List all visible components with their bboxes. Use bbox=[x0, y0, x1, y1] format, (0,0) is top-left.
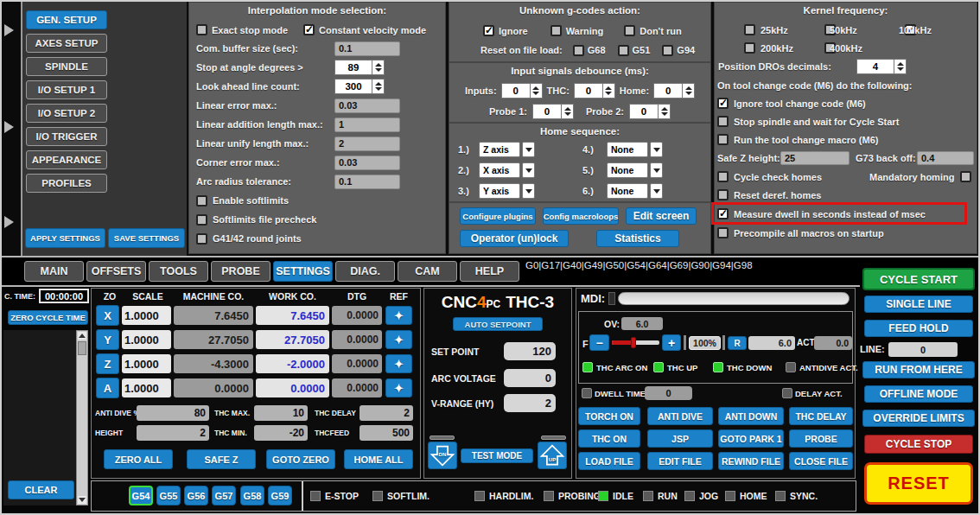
thc-delay-button[interactable]: THC DELAY bbox=[789, 407, 853, 425]
single-line-button[interactable]: SINGLE LINE bbox=[864, 296, 973, 313]
dontrun-gcode-checkbox[interactable] bbox=[624, 25, 635, 36]
look-ahead-spinner[interactable]: 300 bbox=[334, 79, 385, 94]
fixture-g54-button[interactable]: G54 bbox=[129, 486, 153, 505]
jsp-button[interactable]: JSP bbox=[647, 429, 713, 448]
load-file-button[interactable]: LOAD FILE bbox=[578, 452, 640, 470]
safe-z-button[interactable]: SAFE Z bbox=[187, 449, 256, 469]
home-debounce-spinner[interactable]: 0 bbox=[653, 83, 695, 99]
auto-setpoint-button[interactable]: AUTO SETPOINT bbox=[453, 317, 543, 331]
home-seq-3-dropdown[interactable]: Y axis bbox=[479, 183, 535, 199]
z-down-arrow-button[interactable]: DN bbox=[428, 442, 457, 469]
anti-down-button[interactable]: ANTI DOWN bbox=[718, 407, 784, 425]
run-macro-checkbox[interactable] bbox=[717, 134, 729, 145]
dropdown-arrow-icon[interactable] bbox=[650, 183, 663, 199]
sidebar-item-axes-setup[interactable]: AXES SETUP bbox=[26, 34, 107, 53]
offline-mode-button[interactable]: OFFLINE MODE bbox=[864, 385, 973, 403]
sidebar-item-profiles[interactable]: PROFILES bbox=[26, 174, 107, 193]
g94-checkbox[interactable] bbox=[662, 45, 673, 56]
z-up-arrow-button[interactable]: UP bbox=[538, 442, 567, 469]
ref-a-button[interactable]: ✦ bbox=[385, 378, 412, 397]
scale-a-field[interactable]: 1.0000 bbox=[122, 378, 171, 397]
sidebar-item-io-setup-2[interactable]: I/O SETUP 2 bbox=[26, 104, 107, 123]
home-seq-4-dropdown[interactable]: None bbox=[607, 142, 663, 157]
exact-stop-checkbox[interactable] bbox=[196, 24, 207, 35]
goto-park-button[interactable]: GOTO PARK 1 bbox=[718, 429, 784, 448]
thc-feed-field[interactable]: 500 bbox=[360, 425, 413, 441]
anti-dive-button[interactable]: ANTI DIVE bbox=[647, 407, 713, 425]
tab-settings[interactable]: SETTINGS bbox=[273, 261, 333, 282]
cycle-start-button[interactable]: CYCLE START bbox=[862, 268, 975, 290]
reset-button[interactable]: RESET bbox=[864, 462, 973, 505]
ref-x-button[interactable]: ✦ bbox=[385, 306, 412, 325]
scale-x-field[interactable]: 1.0000 bbox=[122, 306, 171, 325]
mandatory-homing-checkbox[interactable] bbox=[960, 171, 971, 182]
feed-slider[interactable] bbox=[612, 340, 659, 345]
line-field[interactable]: 0 bbox=[888, 342, 958, 357]
g73-backoff-field[interactable]: 0.4 bbox=[917, 151, 974, 165]
fixture-g57-button[interactable]: G57 bbox=[212, 486, 236, 505]
thc-delay-field[interactable]: 2 bbox=[360, 405, 413, 421]
zero-all-button[interactable]: ZERO ALL bbox=[104, 449, 173, 469]
height-field[interactable]: 2 bbox=[137, 425, 209, 441]
precompile-checkbox[interactable] bbox=[717, 227, 729, 238]
history-scrollbar[interactable] bbox=[76, 330, 88, 505]
thc-max-field[interactable]: 10 bbox=[254, 405, 308, 421]
axis-a-button[interactable]: A bbox=[96, 378, 119, 398]
dros-decimals-spinner[interactable]: 4 bbox=[856, 59, 907, 74]
stop-angle-spinner[interactable]: 89 bbox=[334, 60, 385, 75]
statistics-button[interactable]: Statistics bbox=[596, 230, 679, 247]
operator-unlock-button[interactable]: Operator (un)lock bbox=[460, 230, 569, 247]
warning-gcode-checkbox[interactable] bbox=[550, 25, 562, 36]
thc-on-button[interactable]: THC ON bbox=[578, 429, 640, 448]
home-seq-2-dropdown[interactable]: X axis bbox=[479, 162, 535, 178]
dropdown-arrow-icon[interactable] bbox=[522, 183, 535, 199]
override-limits-button[interactable]: OVERRIDE LIMITS bbox=[862, 410, 975, 427]
slider-handle[interactable] bbox=[631, 337, 636, 348]
run-from-here-button[interactable]: RUN FROM HERE bbox=[862, 361, 975, 378]
v-range-field[interactable]: 2 bbox=[504, 394, 556, 412]
inputs-debounce-spinner[interactable]: 0 bbox=[501, 83, 543, 99]
tab-tools[interactable]: TOOLS bbox=[149, 261, 208, 282]
kernel-25khz-checkbox[interactable] bbox=[744, 24, 755, 35]
measure-dwell-checkbox[interactable] bbox=[717, 208, 729, 219]
spinner-buttons-icon[interactable] bbox=[372, 60, 385, 75]
scroll-up-icon[interactable] bbox=[78, 332, 86, 340]
arc-tolerance-field[interactable]: 0.1 bbox=[334, 175, 400, 189]
scale-y-field[interactable]: 1.0000 bbox=[122, 330, 171, 349]
reset-deref-checkbox[interactable] bbox=[717, 189, 729, 200]
linear-error-field[interactable]: 0.03 bbox=[334, 99, 400, 113]
dropdown-arrow-icon[interactable] bbox=[650, 142, 663, 157]
axis-y-button[interactable]: Y bbox=[96, 329, 119, 350]
thc-min-field[interactable]: -20 bbox=[254, 425, 308, 441]
enable-softlimits-checkbox[interactable] bbox=[196, 195, 207, 207]
work-z-dro[interactable]: -2.0000 bbox=[256, 354, 329, 373]
apply-settings-button[interactable]: APPLY SETTINGS bbox=[25, 228, 105, 248]
fixture-g56-button[interactable]: G56 bbox=[184, 486, 208, 505]
softlimits-precheck-checkbox[interactable] bbox=[196, 214, 207, 226]
mdi-caret-box[interactable] bbox=[608, 292, 615, 305]
g51-checkbox[interactable] bbox=[618, 45, 629, 56]
axis-x-button[interactable]: X bbox=[96, 305, 119, 326]
cycle-stop-button[interactable]: CYCLE STOP bbox=[864, 435, 973, 454]
sidebar-item-gen-setup[interactable]: GEN. SETUP bbox=[26, 10, 107, 29]
feed-minus-button[interactable]: − bbox=[589, 334, 609, 351]
tab-diag[interactable]: DIAG. bbox=[335, 261, 395, 282]
ignore-m6-checkbox[interactable] bbox=[717, 98, 729, 109]
dropdown-arrow-icon[interactable] bbox=[650, 162, 663, 178]
ignore-gcode-checkbox[interactable] bbox=[483, 25, 494, 36]
ref-y-button[interactable]: ✦ bbox=[385, 330, 412, 349]
tab-cam[interactable]: CAM bbox=[398, 261, 457, 282]
thc-debounce-spinner[interactable]: 0 bbox=[574, 83, 615, 99]
dwell-time-field[interactable]: 0 bbox=[645, 386, 692, 400]
work-a-dro[interactable]: 0.0000 bbox=[256, 378, 329, 397]
scroll-down-icon[interactable] bbox=[78, 496, 86, 504]
com-buffer-field[interactable]: 0.1 bbox=[334, 41, 400, 56]
tab-main[interactable]: MAIN bbox=[24, 261, 84, 282]
torch-on-button[interactable]: TORCH ON bbox=[578, 407, 640, 425]
linear-addition-field[interactable]: 1 bbox=[334, 118, 400, 132]
save-settings-button[interactable]: SAVE SETTINGS bbox=[108, 228, 185, 248]
g68-checkbox[interactable] bbox=[573, 45, 584, 56]
fixture-g59-button[interactable]: G59 bbox=[268, 486, 292, 505]
cycle-check-homes-checkbox[interactable] bbox=[717, 171, 729, 182]
config-macroloops-button[interactable]: Config macroloops bbox=[543, 207, 619, 225]
